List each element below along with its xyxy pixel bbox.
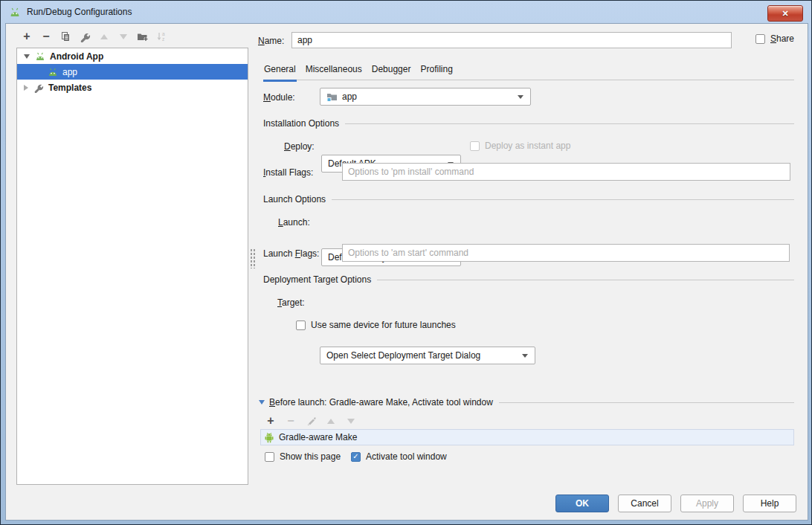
chevron-down-icon [518,95,523,99]
run-debug-configurations-dialog: Run/Debug Configurations ✕ + − [0,0,812,525]
move-task-down-button[interactable] [344,413,358,428]
deployment-target-options-section: Deployment Target Options [263,274,794,285]
share-checkbox[interactable] [755,34,765,44]
show-this-page-label: Show this page [280,451,341,462]
close-button[interactable]: ✕ [767,5,803,22]
tab-debugger[interactable]: Debugger [371,62,412,82]
chevron-down-icon [522,354,528,358]
cancel-button[interactable]: Cancel [618,495,671,512]
instant-app-label: Deploy as instant app [485,141,570,151]
before-launch-toolbar: + − [263,413,358,428]
android-app-icon [9,7,21,17]
module-icon [326,92,338,102]
install-flags-input[interactable] [342,163,790,181]
activate-tool-window-checkbox[interactable]: ✓ [351,452,361,462]
tree-item-templates[interactable]: Templates [17,80,248,95]
check-icon: ✓ [352,453,358,460]
move-down-button[interactable] [116,29,131,44]
module-value: app [342,91,357,102]
task-label: Gradle-aware Make [279,432,357,442]
target-value: Open Select Deployment Target Dialog [326,350,480,361]
remove-configuration-button[interactable]: − [39,29,54,44]
install-flags-label: Install Flags: [263,167,313,178]
help-button[interactable]: Help [743,495,796,512]
section-title: Installation Options [263,118,339,129]
before-launch-section: Before launch: Gradle-aware Make, Activa… [259,397,794,408]
section-rule [345,123,794,124]
tree-toolbar: + − [19,29,170,44]
tree-item-app-selected[interactable]: app [17,64,248,80]
section-title: Launch Options [263,194,326,204]
configurations-tree: Android App app [16,48,248,485]
wrench-icon [33,83,44,93]
collapsed-chevron-icon[interactable] [24,85,28,91]
tab-general[interactable]: General [263,62,297,82]
section-rule [332,199,794,200]
svg-text:a: a [162,31,165,36]
edit-defaults-button[interactable] [77,29,92,44]
tree-item-label: Android App [50,51,103,62]
android-robot-icon [265,432,274,443]
dialog-content: + − [5,23,808,521]
installation-options-section: Installation Options [263,118,794,129]
copy-configuration-button[interactable] [58,29,73,44]
deploy-label: Deploy: [284,141,315,152]
deploy-instant-app-checkbox [470,141,480,151]
name-input[interactable] [291,32,732,48]
move-task-up-button[interactable] [323,413,338,428]
launch-flags-input[interactable] [342,244,790,262]
activate-tool-window-label: Activate tool window [366,451,447,462]
launch-label: Launch: [278,217,310,228]
before-launch-task-row[interactable]: Gradle-aware Make [260,429,794,445]
use-same-device-checkbox[interactable] [296,321,306,330]
expanded-chevron-icon[interactable] [24,54,30,59]
launch-options-section: Launch Options [263,194,794,204]
target-dropdown[interactable]: Open Select Deployment Target Dialog [320,347,535,364]
sort-configurations-button[interactable]: a z [155,29,170,44]
tree-item-label: app [62,67,77,77]
same-device-label: Use same device for future launches [311,320,456,330]
show-this-page-row: Show this page [265,451,341,462]
activate-tool-window-row: ✓ Activate tool window [351,451,447,462]
add-task-button[interactable]: + [263,413,278,428]
new-folder-button[interactable] [135,29,150,44]
move-up-button[interactable] [97,29,112,44]
add-configuration-button[interactable]: + [19,29,34,44]
svg-text:z: z [162,36,164,42]
launch-flags-label: Launch Flags: [263,248,319,259]
close-icon: ✕ [782,10,788,18]
apply-button[interactable]: Apply [680,495,734,512]
name-label: Name: [258,36,284,46]
tab-miscellaneous[interactable]: Miscellaneous [305,62,363,82]
tab-bar: General Miscellaneous Debugger Profiling [263,62,454,82]
module-dropdown[interactable]: app [320,88,531,106]
splitter-handle[interactable] [249,248,255,268]
section-title: Deployment Target Options [263,274,371,285]
same-device-checkbox-row: Use same device for future launches [296,320,456,330]
window-title: Run/Debug Configurations [27,7,132,17]
before-launch-title: Before launch: Gradle-aware Make, Activa… [269,397,493,408]
section-rule [499,402,794,403]
edit-task-button[interactable] [303,413,318,428]
show-this-page-checkbox[interactable] [265,452,274,462]
section-rule [377,280,794,280]
instant-app-checkbox-row: Deploy as instant app [470,141,570,151]
ok-button[interactable]: OK [555,495,609,512]
remove-task-button[interactable]: − [283,413,298,428]
tree-item-android-app-group[interactable]: Android App [17,48,248,64]
target-label: Target: [277,297,305,308]
tab-profiling[interactable]: Profiling [419,62,453,82]
collapse-triangle-icon[interactable] [259,400,265,405]
share-checkbox-row: Share [755,33,794,44]
title-bar[interactable]: Run/Debug Configurations ✕ [1,1,811,23]
android-icon [48,68,58,77]
tree-item-label: Templates [48,83,91,93]
share-label: Share [770,33,794,44]
module-label: Module: [263,92,295,103]
android-icon [35,52,45,61]
